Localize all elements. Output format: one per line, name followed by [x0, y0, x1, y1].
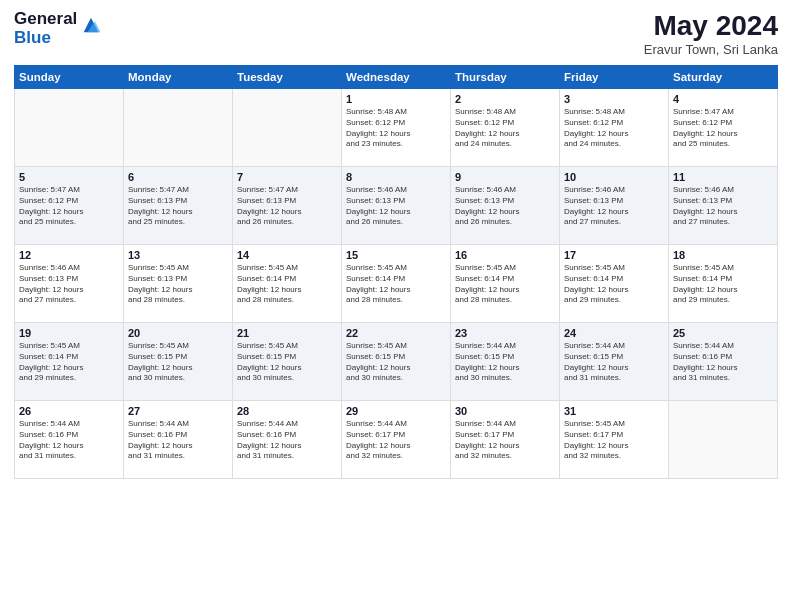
day-number: 22: [346, 327, 446, 339]
day-info: Sunrise: 5:44 AM Sunset: 6:16 PM Dayligh…: [128, 419, 228, 462]
day-info: Sunrise: 5:44 AM Sunset: 6:15 PM Dayligh…: [564, 341, 664, 384]
calendar-cell: 2Sunrise: 5:48 AM Sunset: 6:12 PM Daylig…: [451, 89, 560, 167]
day-number: 18: [673, 249, 773, 261]
day-info: Sunrise: 5:44 AM Sunset: 6:17 PM Dayligh…: [346, 419, 446, 462]
calendar-cell: 19Sunrise: 5:45 AM Sunset: 6:14 PM Dayli…: [15, 323, 124, 401]
day-number: 14: [237, 249, 337, 261]
calendar-cell: 6Sunrise: 5:47 AM Sunset: 6:13 PM Daylig…: [124, 167, 233, 245]
calendar-cell: 28Sunrise: 5:44 AM Sunset: 6:16 PM Dayli…: [233, 401, 342, 479]
weekday-header-thursday: Thursday: [451, 66, 560, 89]
calendar-cell: 23Sunrise: 5:44 AM Sunset: 6:15 PM Dayli…: [451, 323, 560, 401]
weekday-header-tuesday: Tuesday: [233, 66, 342, 89]
day-number: 2: [455, 93, 555, 105]
calendar-cell: 20Sunrise: 5:45 AM Sunset: 6:15 PM Dayli…: [124, 323, 233, 401]
location: Eravur Town, Sri Lanka: [644, 42, 778, 57]
calendar-cell: 4Sunrise: 5:47 AM Sunset: 6:12 PM Daylig…: [669, 89, 778, 167]
day-number: 27: [128, 405, 228, 417]
title-block: May 2024 Eravur Town, Sri Lanka: [644, 10, 778, 57]
day-info: Sunrise: 5:45 AM Sunset: 6:14 PM Dayligh…: [346, 263, 446, 306]
day-number: 13: [128, 249, 228, 261]
calendar-cell: 10Sunrise: 5:46 AM Sunset: 6:13 PM Dayli…: [560, 167, 669, 245]
weekday-header-monday: Monday: [124, 66, 233, 89]
calendar-cell: 7Sunrise: 5:47 AM Sunset: 6:13 PM Daylig…: [233, 167, 342, 245]
weekday-header-wednesday: Wednesday: [342, 66, 451, 89]
weekday-header-friday: Friday: [560, 66, 669, 89]
day-number: 4: [673, 93, 773, 105]
day-info: Sunrise: 5:46 AM Sunset: 6:13 PM Dayligh…: [455, 185, 555, 228]
calendar-cell: 12Sunrise: 5:46 AM Sunset: 6:13 PM Dayli…: [15, 245, 124, 323]
calendar-cell: [15, 89, 124, 167]
calendar-cell: [233, 89, 342, 167]
calendar-cell: 27Sunrise: 5:44 AM Sunset: 6:16 PM Dayli…: [124, 401, 233, 479]
header: General Blue May 2024 Eravur Town, Sri L…: [14, 10, 778, 57]
month-title: May 2024: [644, 10, 778, 42]
calendar-cell: 1Sunrise: 5:48 AM Sunset: 6:12 PM Daylig…: [342, 89, 451, 167]
day-number: 19: [19, 327, 119, 339]
day-number: 28: [237, 405, 337, 417]
calendar-cell: 15Sunrise: 5:45 AM Sunset: 6:14 PM Dayli…: [342, 245, 451, 323]
day-number: 16: [455, 249, 555, 261]
calendar-cell: 22Sunrise: 5:45 AM Sunset: 6:15 PM Dayli…: [342, 323, 451, 401]
day-number: 29: [346, 405, 446, 417]
calendar-cell: 29Sunrise: 5:44 AM Sunset: 6:17 PM Dayli…: [342, 401, 451, 479]
day-info: Sunrise: 5:45 AM Sunset: 6:14 PM Dayligh…: [564, 263, 664, 306]
calendar-cell: 3Sunrise: 5:48 AM Sunset: 6:12 PM Daylig…: [560, 89, 669, 167]
calendar-cell: 8Sunrise: 5:46 AM Sunset: 6:13 PM Daylig…: [342, 167, 451, 245]
weekday-row: SundayMondayTuesdayWednesdayThursdayFrid…: [15, 66, 778, 89]
day-info: Sunrise: 5:45 AM Sunset: 6:13 PM Dayligh…: [128, 263, 228, 306]
logo: General Blue: [14, 10, 102, 47]
weekday-header-saturday: Saturday: [669, 66, 778, 89]
day-info: Sunrise: 5:44 AM Sunset: 6:16 PM Dayligh…: [19, 419, 119, 462]
week-row-5: 26Sunrise: 5:44 AM Sunset: 6:16 PM Dayli…: [15, 401, 778, 479]
day-info: Sunrise: 5:44 AM Sunset: 6:16 PM Dayligh…: [673, 341, 773, 384]
day-info: Sunrise: 5:45 AM Sunset: 6:14 PM Dayligh…: [237, 263, 337, 306]
calendar-cell: 26Sunrise: 5:44 AM Sunset: 6:16 PM Dayli…: [15, 401, 124, 479]
day-number: 15: [346, 249, 446, 261]
day-info: Sunrise: 5:44 AM Sunset: 6:17 PM Dayligh…: [455, 419, 555, 462]
logo-icon: [80, 14, 102, 36]
day-number: 31: [564, 405, 664, 417]
calendar-header: SundayMondayTuesdayWednesdayThursdayFrid…: [15, 66, 778, 89]
day-info: Sunrise: 5:46 AM Sunset: 6:13 PM Dayligh…: [673, 185, 773, 228]
day-number: 30: [455, 405, 555, 417]
day-number: 17: [564, 249, 664, 261]
logo-general: General: [14, 10, 77, 29]
day-info: Sunrise: 5:47 AM Sunset: 6:13 PM Dayligh…: [237, 185, 337, 228]
day-number: 11: [673, 171, 773, 183]
day-number: 24: [564, 327, 664, 339]
day-info: Sunrise: 5:45 AM Sunset: 6:14 PM Dayligh…: [19, 341, 119, 384]
day-number: 26: [19, 405, 119, 417]
day-info: Sunrise: 5:45 AM Sunset: 6:15 PM Dayligh…: [128, 341, 228, 384]
calendar-cell: 30Sunrise: 5:44 AM Sunset: 6:17 PM Dayli…: [451, 401, 560, 479]
logo-blue: Blue: [14, 29, 77, 48]
calendar-table: SundayMondayTuesdayWednesdayThursdayFrid…: [14, 65, 778, 479]
day-info: Sunrise: 5:45 AM Sunset: 6:15 PM Dayligh…: [237, 341, 337, 384]
day-info: Sunrise: 5:47 AM Sunset: 6:12 PM Dayligh…: [19, 185, 119, 228]
day-info: Sunrise: 5:46 AM Sunset: 6:13 PM Dayligh…: [346, 185, 446, 228]
week-row-2: 5Sunrise: 5:47 AM Sunset: 6:12 PM Daylig…: [15, 167, 778, 245]
day-info: Sunrise: 5:45 AM Sunset: 6:17 PM Dayligh…: [564, 419, 664, 462]
calendar-cell: 18Sunrise: 5:45 AM Sunset: 6:14 PM Dayli…: [669, 245, 778, 323]
calendar-body: 1Sunrise: 5:48 AM Sunset: 6:12 PM Daylig…: [15, 89, 778, 479]
page: General Blue May 2024 Eravur Town, Sri L…: [0, 0, 792, 612]
day-info: Sunrise: 5:47 AM Sunset: 6:13 PM Dayligh…: [128, 185, 228, 228]
day-number: 9: [455, 171, 555, 183]
day-number: 6: [128, 171, 228, 183]
calendar-cell: 25Sunrise: 5:44 AM Sunset: 6:16 PM Dayli…: [669, 323, 778, 401]
day-number: 1: [346, 93, 446, 105]
day-info: Sunrise: 5:45 AM Sunset: 6:14 PM Dayligh…: [455, 263, 555, 306]
day-number: 10: [564, 171, 664, 183]
day-number: 12: [19, 249, 119, 261]
day-info: Sunrise: 5:48 AM Sunset: 6:12 PM Dayligh…: [455, 107, 555, 150]
day-number: 5: [19, 171, 119, 183]
calendar-cell: 21Sunrise: 5:45 AM Sunset: 6:15 PM Dayli…: [233, 323, 342, 401]
week-row-4: 19Sunrise: 5:45 AM Sunset: 6:14 PM Dayli…: [15, 323, 778, 401]
day-info: Sunrise: 5:46 AM Sunset: 6:13 PM Dayligh…: [19, 263, 119, 306]
day-info: Sunrise: 5:45 AM Sunset: 6:15 PM Dayligh…: [346, 341, 446, 384]
day-info: Sunrise: 5:44 AM Sunset: 6:15 PM Dayligh…: [455, 341, 555, 384]
day-number: 8: [346, 171, 446, 183]
calendar-cell: 16Sunrise: 5:45 AM Sunset: 6:14 PM Dayli…: [451, 245, 560, 323]
day-number: 7: [237, 171, 337, 183]
day-info: Sunrise: 5:46 AM Sunset: 6:13 PM Dayligh…: [564, 185, 664, 228]
day-info: Sunrise: 5:48 AM Sunset: 6:12 PM Dayligh…: [564, 107, 664, 150]
